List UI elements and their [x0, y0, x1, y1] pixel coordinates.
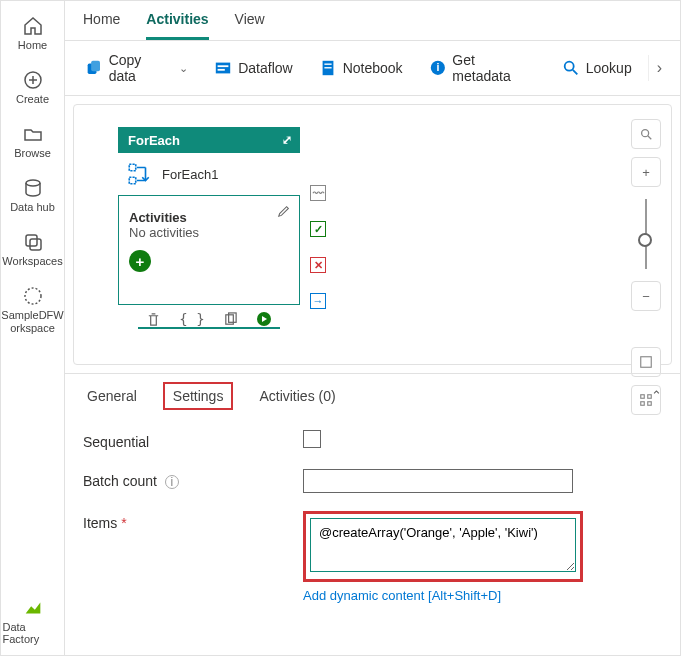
batch-count-text: Batch count — [83, 473, 157, 489]
code-icon[interactable]: { } — [179, 311, 204, 327]
output-success-handle[interactable]: ✓ — [310, 221, 326, 237]
get-metadata-label: Get metadata — [452, 52, 535, 84]
tab-general[interactable]: General — [83, 382, 141, 410]
clone-icon[interactable] — [223, 311, 238, 327]
svg-rect-22 — [641, 357, 652, 368]
rail-home-label: Home — [18, 39, 47, 51]
copy-data-icon — [85, 59, 103, 77]
sequential-label: Sequential — [83, 430, 303, 450]
batch-count-label: Batch count i — [83, 469, 303, 489]
info-icon[interactable]: i — [165, 475, 179, 489]
database-icon — [22, 177, 44, 199]
rail-home[interactable]: Home — [3, 7, 63, 61]
dataflow-button[interactable]: Dataflow — [204, 54, 302, 82]
tab-home[interactable]: Home — [83, 11, 120, 37]
rail-create[interactable]: Create — [3, 61, 63, 115]
lookup-button[interactable]: Lookup — [552, 54, 642, 82]
output-failure-handle[interactable]: ✕ — [310, 257, 326, 273]
pipeline-canvas[interactable]: ForEach ⤢ ForEach1 Activities No activit… — [73, 104, 672, 365]
foreach-title-row: ForEach1 — [118, 153, 300, 195]
connector-handles: 〰 ✓ ✕ → — [310, 185, 326, 309]
items-highlight-box — [303, 511, 583, 582]
row-items: Items * Add dynamic content [Alt+Shift+D… — [83, 511, 662, 603]
svg-point-4 — [25, 288, 41, 304]
activities-empty-text: No activities — [129, 225, 289, 240]
main-area: Home Activities View Copy data ⌄ Dataflo… — [65, 1, 680, 655]
foreach-header[interactable]: ForEach ⤢ — [118, 127, 300, 153]
items-label: Items * — [83, 511, 303, 531]
tab-view[interactable]: View — [235, 11, 265, 37]
activities-title: Activities — [129, 210, 289, 225]
edit-icon[interactable] — [277, 204, 291, 221]
svg-rect-12 — [324, 67, 331, 68]
add-dynamic-content-link[interactable]: Add dynamic content [Alt+Shift+D] — [303, 588, 501, 603]
svg-rect-17 — [129, 177, 136, 184]
dataflow-icon — [214, 59, 232, 77]
ribbon-tabs: Home Activities View — [65, 1, 680, 41]
properties-tabs: General Settings Activities (0) — [83, 382, 662, 410]
copy-data-button[interactable]: Copy data ⌄ — [75, 47, 198, 89]
zoom-slider-thumb[interactable] — [638, 233, 652, 247]
info-icon: i — [429, 59, 447, 77]
add-activity-button[interactable]: + — [129, 250, 151, 272]
collapse-panel-icon[interactable]: ⌃ — [651, 388, 662, 403]
properties-panel: ⌃ General Settings Activities (0) Sequen… — [65, 373, 680, 655]
svg-rect-16 — [129, 164, 136, 171]
get-metadata-button[interactable]: i Get metadata — [419, 47, 546, 89]
rail-data-factory[interactable]: Data Factory — [3, 589, 63, 655]
notebook-button[interactable]: Notebook — [309, 54, 413, 82]
workspaces-icon — [22, 231, 44, 253]
rail-datahub[interactable]: Data hub — [3, 169, 63, 223]
sequential-checkbox[interactable] — [303, 430, 321, 448]
canvas-wrap: ForEach ⤢ ForEach1 Activities No activit… — [65, 96, 680, 373]
data-factory-icon — [22, 597, 44, 619]
tab-settings-label: Settings — [173, 388, 224, 404]
foreach-activity[interactable]: ForEach ⤢ ForEach1 Activities No activit… — [118, 127, 300, 329]
lookup-label: Lookup — [586, 60, 632, 76]
tab-activities[interactable]: Activities — [146, 11, 208, 40]
activity-actions: { } — [138, 305, 280, 329]
nav-rail: Home Create Browse Data hub Workspaces S… — [1, 1, 65, 655]
canvas-search-button[interactable] — [631, 119, 661, 149]
rail-factory-label: Data Factory — [3, 621, 63, 645]
svg-rect-3 — [30, 239, 41, 250]
items-textarea[interactable] — [310, 518, 576, 572]
rail-browse-label: Browse — [14, 147, 51, 159]
tab-activities-count[interactable]: Activities (0) — [255, 382, 339, 410]
svg-rect-2 — [26, 235, 37, 246]
svg-rect-7 — [216, 63, 230, 74]
batch-count-input[interactable] — [303, 469, 573, 493]
output-completion-handle[interactable]: → — [310, 293, 326, 309]
canvas-controls: + − — [631, 119, 661, 415]
row-sequential: Sequential — [83, 430, 662, 451]
zoom-out-button[interactable]: − — [631, 281, 661, 311]
rail-create-label: Create — [16, 93, 49, 105]
zoom-in-button[interactable]: + — [631, 157, 661, 187]
foreach-name-label: ForEach1 — [162, 167, 218, 182]
svg-point-1 — [26, 180, 40, 186]
rail-sample-label: SampleDFW orkspace — [1, 309, 63, 335]
tab-settings[interactable]: Settings — [163, 382, 234, 410]
rail-browse[interactable]: Browse — [3, 115, 63, 169]
svg-text:i: i — [436, 62, 439, 74]
svg-rect-6 — [91, 61, 100, 72]
row-batch-count: Batch count i — [83, 469, 662, 493]
rail-datahub-label: Data hub — [10, 201, 55, 213]
svg-point-15 — [564, 62, 573, 71]
activities-container[interactable]: Activities No activities + — [118, 195, 300, 305]
zoom-slider[interactable] — [645, 199, 647, 269]
expand-icon[interactable]: ⤢ — [282, 133, 292, 147]
rail-sample-workspace[interactable]: SampleDFW orkspace — [3, 277, 63, 345]
delete-icon[interactable] — [146, 311, 161, 327]
activities-toolbar: Copy data ⌄ Dataflow Notebook i Get meta… — [65, 41, 680, 96]
run-icon[interactable] — [256, 311, 272, 327]
foreach-icon — [126, 161, 152, 187]
svg-rect-9 — [218, 69, 225, 71]
notebook-icon — [319, 59, 337, 77]
folder-icon — [22, 123, 44, 145]
copy-data-label: Copy data — [109, 52, 172, 84]
output-generic-handle[interactable]: 〰 — [310, 185, 326, 201]
rail-workspaces[interactable]: Workspaces — [3, 223, 63, 277]
toolbar-scroll-right[interactable]: › — [648, 55, 670, 81]
svg-rect-11 — [324, 64, 331, 65]
